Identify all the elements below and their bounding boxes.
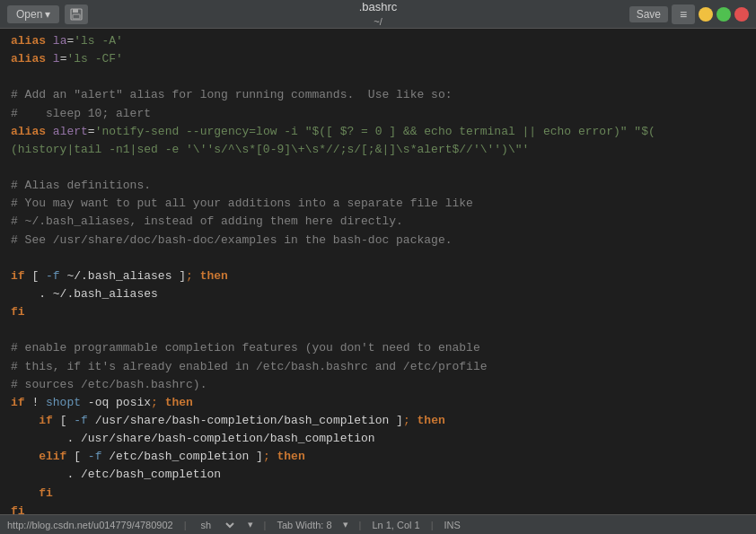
svg-rect-1 — [73, 9, 78, 13]
save-file-icon-button[interactable] — [65, 4, 88, 24]
titlebar-center: .bashrc ~/ — [359, 0, 398, 28]
svg-rect-2 — [73, 14, 80, 19]
file-title: .bashrc — [359, 0, 398, 15]
sep4: | — [431, 520, 434, 530]
sep1: | — [184, 520, 187, 530]
save-button[interactable]: Save — [629, 6, 668, 22]
titlebar: Open ▾ .bashrc ~/ Save ≡ — [0, 0, 756, 29]
sep3: | — [359, 520, 362, 530]
statusbar: http://blog.csdn.net/u014779/4780902 | s… — [0, 514, 756, 534]
menu-icon: ≡ — [680, 7, 687, 22]
titlebar-right: Save ≡ — [629, 4, 749, 24]
menu-button[interactable]: ≡ — [672, 4, 695, 24]
cursor-position: Ln 1, Col 1 — [372, 520, 419, 530]
minimize-button[interactable] — [699, 7, 713, 22]
tab-width: Tab Width: 8 — [277, 520, 331, 530]
sep2: | — [264, 520, 267, 530]
file-path: ~/ — [374, 15, 382, 28]
tab-dropdown-icon: ▾ — [343, 519, 348, 530]
code-content: alias la='ls -A' alias l='ls -CF' # Add … — [0, 32, 756, 514]
editor: alias la='ls -A' alias l='ls -CF' # Add … — [0, 29, 756, 514]
encoding-select[interactable]: sh bash zsh — [198, 519, 237, 531]
floppy-icon — [70, 8, 83, 21]
maximize-button[interactable] — [716, 7, 731, 22]
extra-info: http://blog.csdn.net/u014779/4780902 — [7, 520, 173, 530]
insert-mode: INS — [444, 520, 461, 530]
open-button[interactable]: Open ▾ — [7, 5, 59, 23]
close-button[interactable] — [734, 7, 749, 22]
encoding-dropdown-icon: ▾ — [248, 519, 253, 530]
open-dropdown-icon: ▾ — [45, 8, 50, 21]
code-area[interactable]: alias la='ls -A' alias l='ls -CF' # Add … — [0, 29, 756, 514]
open-label: Open — [16, 8, 42, 21]
titlebar-left: Open ▾ — [7, 4, 88, 24]
